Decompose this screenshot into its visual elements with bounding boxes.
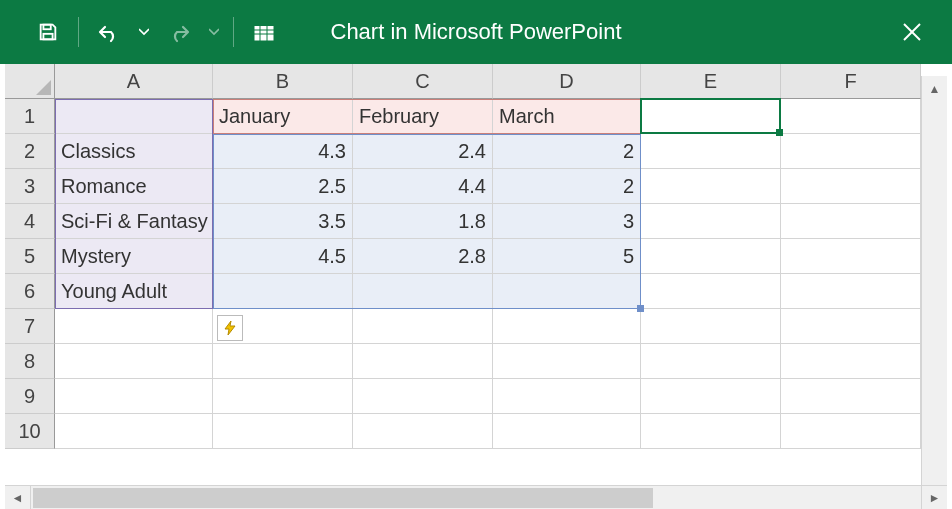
cell-grid[interactable]: JanuaryFebruaryMarchClassics4.32.42Roman…	[55, 99, 921, 485]
cell-A1[interactable]	[55, 99, 213, 134]
quick-access-toolbar	[0, 12, 284, 52]
cell-D2[interactable]: 2	[493, 134, 641, 169]
scroll-up-icon[interactable]: ▲	[922, 76, 947, 102]
svg-rect-1	[43, 34, 52, 40]
cell-A6[interactable]: Young Adult	[55, 274, 213, 309]
column-headers: ABCDEF	[55, 64, 921, 99]
cell-D4[interactable]: 3	[493, 204, 641, 239]
cell-A3[interactable]: Romance	[55, 169, 213, 204]
cell-F8[interactable]	[781, 344, 921, 379]
row-header-6[interactable]: 6	[5, 274, 55, 309]
cell-A5[interactable]: Mystery	[55, 239, 213, 274]
row-header-9[interactable]: 9	[5, 379, 55, 414]
cell-E3[interactable]	[641, 169, 781, 204]
cell-B2[interactable]: 4.3	[213, 134, 353, 169]
cell-B4[interactable]: 3.5	[213, 204, 353, 239]
cell-E4[interactable]	[641, 204, 781, 239]
vertical-scrollbar[interactable]: ▲	[921, 76, 947, 485]
cell-F7[interactable]	[781, 309, 921, 344]
row-header-4[interactable]: 4	[5, 204, 55, 239]
column-header-E[interactable]: E	[641, 64, 781, 99]
cell-E8[interactable]	[641, 344, 781, 379]
cell-B6[interactable]	[213, 274, 353, 309]
cell-B8[interactable]	[213, 344, 353, 379]
redo-dropdown[interactable]	[205, 12, 223, 52]
column-header-C[interactable]: C	[353, 64, 493, 99]
column-header-F[interactable]: F	[781, 64, 921, 99]
cell-C4[interactable]: 1.8	[353, 204, 493, 239]
cell-F2[interactable]	[781, 134, 921, 169]
edit-data-button[interactable]	[244, 12, 284, 52]
cell-C8[interactable]	[353, 344, 493, 379]
cell-D6[interactable]	[493, 274, 641, 309]
quick-analysis-button[interactable]	[217, 315, 243, 341]
cell-B1[interactable]: January	[213, 99, 353, 134]
cell-C2[interactable]: 2.4	[353, 134, 493, 169]
row-header-2[interactable]: 2	[5, 134, 55, 169]
cell-C9[interactable]	[353, 379, 493, 414]
scroll-right-icon[interactable]: ►	[921, 486, 947, 510]
scroll-thumb[interactable]	[33, 488, 653, 508]
cell-A9[interactable]	[55, 379, 213, 414]
cell-B3[interactable]: 2.5	[213, 169, 353, 204]
cell-D3[interactable]: 2	[493, 169, 641, 204]
svg-rect-0	[43, 25, 50, 30]
cell-E9[interactable]	[641, 379, 781, 414]
row-header-10[interactable]: 10	[5, 414, 55, 449]
cell-B5[interactable]: 4.5	[213, 239, 353, 274]
select-all-corner[interactable]	[5, 64, 55, 99]
cell-A7[interactable]	[55, 309, 213, 344]
save-button[interactable]	[28, 12, 68, 52]
cell-C5[interactable]: 2.8	[353, 239, 493, 274]
cell-C6[interactable]	[353, 274, 493, 309]
cell-A10[interactable]	[55, 414, 213, 449]
cell-C7[interactable]	[353, 309, 493, 344]
spreadsheet: ABCDEF 12345678910 JanuaryFebruaryMarchC…	[5, 64, 947, 485]
row-header-1[interactable]: 1	[5, 99, 55, 134]
cell-E7[interactable]	[641, 309, 781, 344]
cell-A2[interactable]: Classics	[55, 134, 213, 169]
cell-D10[interactable]	[493, 414, 641, 449]
cell-E5[interactable]	[641, 239, 781, 274]
cell-F1[interactable]	[781, 99, 921, 134]
column-header-B[interactable]: B	[213, 64, 353, 99]
cell-B10[interactable]	[213, 414, 353, 449]
title-bar: Chart in Microsoft PowerPoint	[0, 0, 952, 64]
cell-F4[interactable]	[781, 204, 921, 239]
cell-D9[interactable]	[493, 379, 641, 414]
undo-button[interactable]	[89, 12, 129, 52]
cell-E1[interactable]	[641, 99, 781, 134]
row-header-3[interactable]: 3	[5, 169, 55, 204]
cell-D7[interactable]	[493, 309, 641, 344]
cell-F10[interactable]	[781, 414, 921, 449]
cell-F9[interactable]	[781, 379, 921, 414]
row-headers: 12345678910	[5, 99, 55, 449]
cell-A8[interactable]	[55, 344, 213, 379]
cell-C10[interactable]	[353, 414, 493, 449]
cell-F6[interactable]	[781, 274, 921, 309]
horizontal-scrollbar[interactable]: ◄ ►	[5, 485, 947, 509]
cell-E6[interactable]	[641, 274, 781, 309]
cell-D5[interactable]: 5	[493, 239, 641, 274]
cell-E10[interactable]	[641, 414, 781, 449]
cell-C1[interactable]: February	[353, 99, 493, 134]
column-header-A[interactable]: A	[55, 64, 213, 99]
redo-button[interactable]	[159, 12, 199, 52]
cell-F3[interactable]	[781, 169, 921, 204]
cell-C3[interactable]: 4.4	[353, 169, 493, 204]
close-button[interactable]	[882, 0, 942, 64]
cell-D1[interactable]: March	[493, 99, 641, 134]
row-header-8[interactable]: 8	[5, 344, 55, 379]
cell-E2[interactable]	[641, 134, 781, 169]
cell-D8[interactable]	[493, 344, 641, 379]
row-header-5[interactable]: 5	[5, 239, 55, 274]
scroll-left-icon[interactable]: ◄	[5, 486, 31, 510]
column-header-D[interactable]: D	[493, 64, 641, 99]
cell-B9[interactable]	[213, 379, 353, 414]
undo-dropdown[interactable]	[135, 12, 153, 52]
svg-rect-3	[254, 23, 274, 26]
cell-F5[interactable]	[781, 239, 921, 274]
row-header-7[interactable]: 7	[5, 309, 55, 344]
cell-A4[interactable]: Sci-Fi & Fantasy	[55, 204, 213, 239]
